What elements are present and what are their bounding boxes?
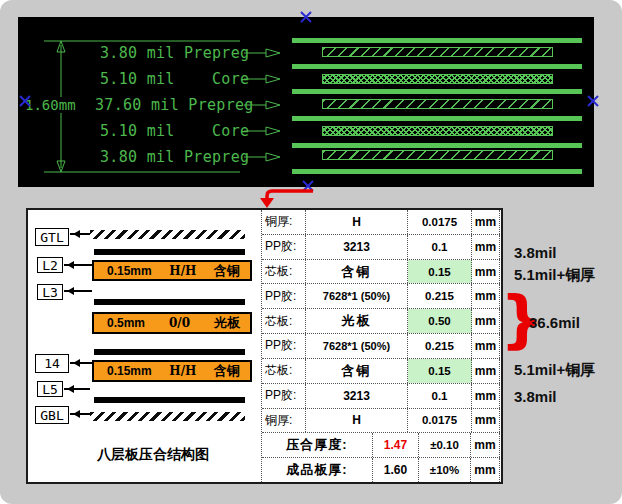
copper-foil-bar	[94, 249, 245, 255]
row-material: 含铜	[306, 359, 408, 383]
layer-row-label: 5.10 mil Core	[100, 122, 249, 140]
row-unit: mm	[472, 260, 500, 284]
table-row: PP胶: 7628*1 (50%) 0.215 mm	[262, 284, 500, 309]
copper-layer-bar	[292, 143, 582, 148]
summary-tolerance: ±0.10	[419, 433, 471, 457]
row-material: H	[306, 409, 408, 433]
tag-arrow-icon	[70, 233, 90, 235]
row-label: PP胶:	[262, 235, 306, 259]
summary-value: 1.47	[373, 433, 419, 457]
layer-row-label: 3.80 mil Prepreg	[100, 44, 249, 62]
row-unit: mm	[472, 409, 500, 433]
row-material: 含铜	[306, 260, 408, 284]
row-label: 芯板:	[262, 309, 306, 333]
row-unit: mm	[472, 235, 500, 259]
core-thickness: 0.15mm	[107, 364, 152, 378]
tag-arrow-icon	[70, 362, 92, 364]
core-layer-bar	[322, 74, 553, 84]
row-value: 0.50	[408, 309, 472, 333]
row-label: PP胶:	[262, 384, 306, 408]
outer-copper-hatch-bar	[90, 230, 245, 239]
row-material: 7628*1 (50%)	[306, 284, 408, 308]
row-label: 铜厚:	[262, 409, 306, 433]
core-copper-weight: 0/0	[169, 316, 190, 330]
stackup-detail-panel: GTL L2 L3 14 L5 GBL 0.15mm H/H 含铜 0.5mm …	[26, 208, 503, 484]
core-board-type: 光板	[214, 314, 240, 332]
copper-foil-bar	[94, 349, 245, 355]
diagram-caption: 八层板压合结构图	[53, 446, 253, 464]
annotation-thickness: 5.1mil+铜厚	[514, 361, 595, 380]
prepreg-layer-bar	[322, 99, 553, 109]
copper-layer-bar	[292, 116, 582, 121]
core-board-type: 含铜	[214, 262, 240, 280]
layer-row-label: 5.10 mil Core	[100, 70, 249, 88]
table-row: PP胶: 7628*1 (50%) 0.215 mm	[262, 334, 500, 359]
tag-arrow-icon	[64, 388, 90, 390]
core-copper-weight: H/H	[169, 264, 196, 278]
row-material: 光板	[306, 309, 408, 333]
row-value: 0.15	[408, 260, 472, 284]
core-block: 0.15mm H/H 含铜	[92, 260, 252, 281]
stackup-table: 铜厚: H 0.0175 mm PP胶: 3213 0.1 mm 芯板: 含铜 …	[261, 210, 500, 482]
table-row: 芯板: 光板 0.50 mm	[262, 309, 500, 334]
prepreg-layer-bar	[322, 47, 553, 57]
row-label: 芯板:	[262, 260, 306, 284]
row-unit: mm	[472, 284, 500, 308]
core-block: 0.5mm 0/0 光板	[92, 312, 252, 334]
tag-arrow-icon	[64, 290, 92, 292]
row-value: 0.0175	[408, 409, 472, 433]
row-material: H	[306, 210, 408, 234]
grip-mark-icon	[587, 95, 599, 107]
layer-row-label: 3.80 mil Prepreg	[100, 148, 249, 166]
row-material: 7628*1 (50%)	[306, 334, 408, 358]
summary-unit: mm	[471, 433, 500, 457]
layer-tag-l3: L3	[37, 284, 63, 300]
row-label: PP胶:	[262, 334, 306, 358]
table-row: 铜厚: H 0.0175 mm	[262, 409, 500, 434]
row-value: 0.215	[408, 284, 472, 308]
summary-tolerance: ±10%	[419, 458, 471, 482]
annotation-thickness: 36.6mil	[529, 314, 580, 331]
core-thickness: 0.15mm	[107, 264, 152, 278]
row-label: 铜厚:	[262, 210, 306, 234]
copper-layer-bar	[292, 89, 582, 94]
outer-copper-hatch-bar	[90, 412, 245, 421]
summary-label: 压合厚度:	[262, 433, 373, 457]
summary-label: 成品板厚:	[262, 458, 373, 482]
layer-tag-l2: L2	[37, 257, 63, 273]
table-row: 芯板: 含铜 0.15 mm	[262, 260, 500, 285]
tag-arrow-icon	[64, 264, 92, 266]
copper-foil-bar	[94, 397, 245, 403]
tag-arrow-icon	[70, 413, 90, 415]
row-unit: mm	[472, 359, 500, 383]
prepreg-layer-bar	[322, 150, 553, 160]
table-row: 芯板: 含铜 0.15 mm	[262, 359, 500, 384]
copper-foil-bar	[94, 299, 245, 305]
core-block: 0.15mm H/H 含铜	[92, 360, 252, 382]
layer-tag-gtl: GTL	[35, 228, 69, 246]
grip-mark-icon	[300, 11, 312, 23]
total-thickness-label: 1.60mm	[24, 97, 77, 113]
core-layer-bar	[322, 126, 553, 136]
layer-tag-l5: L5	[37, 381, 63, 397]
summary-value: 1.60	[373, 458, 419, 482]
summary-row: 压合厚度: 1.47 ±0.10 mm	[262, 433, 500, 458]
row-unit: mm	[472, 309, 500, 333]
layer-tag-gbl: GBL	[35, 406, 69, 424]
annotation-thickness: 3.8mil	[514, 244, 557, 261]
row-unit: mm	[472, 210, 500, 234]
row-value: 0.0175	[408, 210, 472, 234]
copper-layer-bar	[292, 64, 582, 69]
stackup-document: 3.80 mil Prepreg 5.10 mil Core 37.60 mil…	[0, 0, 622, 504]
row-value: 0.1	[408, 235, 472, 259]
row-material: 3213	[306, 235, 408, 259]
row-value: 0.15	[408, 359, 472, 383]
row-value: 0.215	[408, 334, 472, 358]
grip-mark-icon	[19, 95, 31, 107]
table-row: 铜厚: H 0.0175 mm	[262, 210, 500, 235]
summary-unit: mm	[471, 458, 500, 482]
row-value: 0.1	[408, 384, 472, 408]
core-copper-weight: H/H	[169, 364, 196, 378]
core-board-type: 含铜	[214, 362, 240, 380]
copper-layer-bar	[292, 38, 582, 43]
